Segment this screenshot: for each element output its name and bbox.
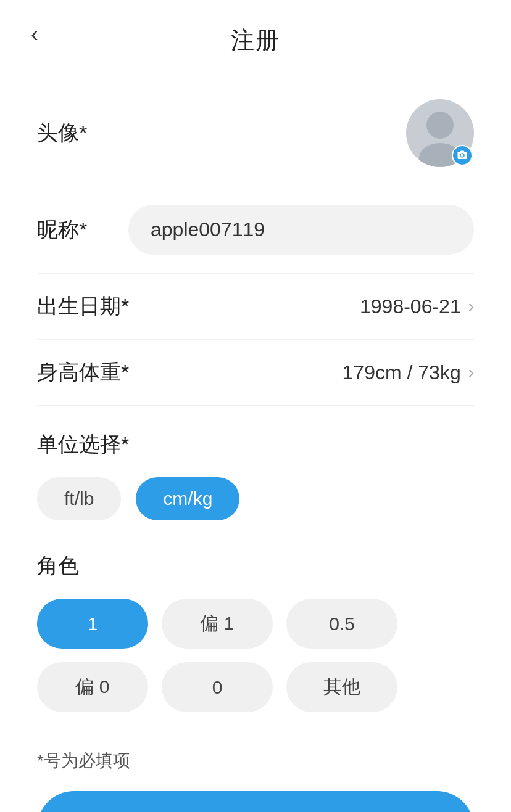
height-weight-chevron-icon: › — [468, 363, 474, 382]
header: ‹ 注册 — [0, 0, 511, 68]
birthday-value: 1998-06-21 — [360, 295, 461, 318]
height-weight-value: 179cm / 73kg — [343, 361, 461, 384]
birthday-label: 出生日期* — [37, 292, 129, 321]
role-bias0-button[interactable]: 偏 0 — [37, 662, 148, 712]
role-0-button[interactable]: 0 — [162, 662, 273, 712]
role-buttons: 1 偏 1 0.5 偏 0 0 其他 — [37, 599, 474, 712]
back-button[interactable]: ‹ — [31, 23, 38, 46]
nickname-input[interactable] — [128, 205, 474, 255]
birthday-row[interactable]: 出生日期* 1998-06-21 › — [37, 274, 474, 340]
avatar-upload[interactable] — [406, 99, 474, 167]
role-bias1-button[interactable]: 偏 1 — [162, 599, 273, 649]
unit-section: 单位选择* ft/lb cm/kg — [37, 406, 474, 533]
page: ‹ 注册 头像* — [0, 0, 511, 812]
birthday-chevron-icon: › — [468, 297, 474, 316]
birthday-value-container[interactable]: 1998-06-21 › — [360, 295, 474, 318]
avatar-row: 头像* — [37, 81, 474, 186]
role-section: 角色 1 偏 1 0.5 偏 0 0 其他 — [37, 533, 474, 724]
avatar-label: 头像* — [37, 119, 87, 147]
page-title: 注册 — [231, 25, 280, 56]
role-1-button[interactable]: 1 — [37, 599, 148, 649]
role-label: 角色 — [37, 552, 474, 580]
unit-cmkg-button[interactable]: cm/kg — [136, 477, 239, 520]
submit-button[interactable]: 完成 — [37, 791, 474, 812]
unit-label: 单位选择* — [37, 430, 474, 459]
height-weight-row[interactable]: 身高体重* 179cm / 73kg › — [37, 340, 474, 406]
height-weight-value-container[interactable]: 179cm / 73kg › — [343, 361, 474, 384]
camera-badge[interactable] — [452, 145, 473, 166]
camera-icon — [457, 150, 468, 161]
nickname-row: 昵称* — [37, 186, 474, 274]
nickname-label: 昵称* — [37, 216, 87, 244]
role-05-button[interactable]: 0.5 — [286, 599, 397, 649]
unit-ftlb-button[interactable]: ft/lb — [37, 477, 121, 520]
required-hint: *号为必填项 — [37, 749, 474, 773]
svg-point-0 — [426, 112, 454, 139]
height-weight-label: 身高体重* — [37, 358, 129, 387]
role-other-button[interactable]: 其他 — [286, 662, 397, 712]
unit-buttons: ft/lb cm/kg — [37, 477, 474, 520]
content: 头像* 昵称* — [0, 68, 511, 812]
